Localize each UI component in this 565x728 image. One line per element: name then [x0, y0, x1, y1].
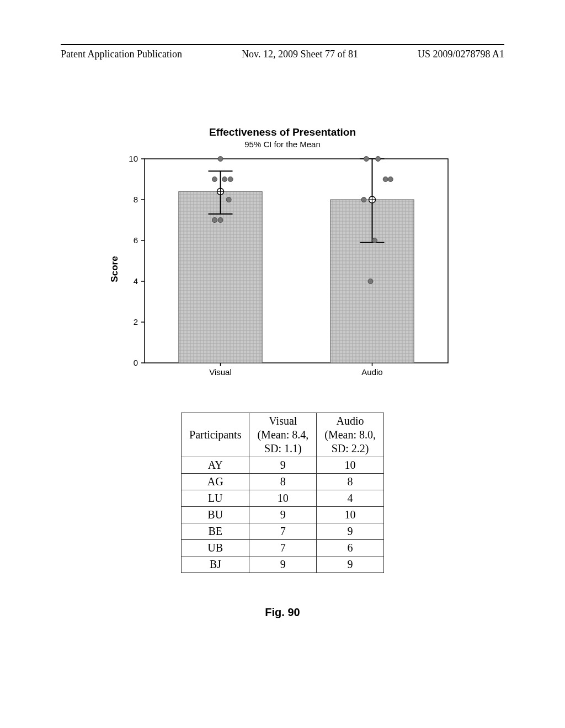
col-visual-l2: (Mean: 8.4, — [257, 429, 308, 441]
y-tick-label: 4 — [134, 276, 138, 286]
chart-area: Score 0246810VisualAudio — [106, 153, 459, 385]
table-cell: 9 — [249, 457, 317, 474]
svg-point-26 — [222, 177, 227, 182]
col-audio-l1: Audio — [337, 415, 364, 427]
svg-point-34 — [388, 177, 393, 182]
table-cell: BE — [182, 523, 249, 540]
svg-point-24 — [218, 157, 223, 162]
table-cell: BJ — [182, 556, 249, 573]
header-left: Patent Application Publication — [61, 49, 182, 60]
svg-point-27 — [228, 177, 233, 182]
table-cell: 7 — [249, 523, 317, 540]
col-participants-label: Participants — [189, 429, 241, 441]
table-cell: 8 — [317, 474, 384, 490]
table-cell: 9 — [249, 556, 317, 573]
table-row: BE79 — [182, 523, 384, 540]
table-cell: 10 — [317, 457, 384, 474]
chart-title: Effectiveness of Presentation — [61, 126, 504, 138]
svg-point-28 — [226, 197, 231, 202]
table-cell: LU — [182, 490, 249, 507]
x-category-label: Audio — [361, 367, 382, 377]
table-cell: AY — [182, 457, 249, 474]
table-cell: 8 — [249, 474, 317, 490]
svg-point-29 — [212, 218, 217, 223]
table-row: LU104 — [182, 490, 384, 507]
chart-svg: 0246810VisualAudio — [106, 153, 459, 385]
y-tick-label: 10 — [129, 154, 138, 163]
col-visual-l1: Visual — [269, 415, 297, 427]
x-category-label: Visual — [209, 367, 232, 377]
table-cell: 10 — [249, 490, 317, 507]
table-cell: 9 — [317, 523, 384, 540]
svg-point-31 — [364, 157, 369, 162]
page-header: Patent Application Publication Nov. 12, … — [61, 49, 504, 60]
col-audio-l3: SD: 2.2) — [332, 442, 369, 454]
table-header-row: Participants Visual (Mean: 8.4, SD: 1.1)… — [182, 413, 384, 457]
header-right: US 2009/0278798 A1 — [418, 49, 504, 60]
figure-caption: Fig. 90 — [61, 606, 504, 619]
table-row: BJ99 — [182, 556, 384, 573]
data-table: Participants Visual (Mean: 8.4, SD: 1.1)… — [181, 413, 384, 573]
table-cell: 9 — [249, 507, 317, 523]
y-tick-label: 0 — [134, 358, 138, 367]
header-rule — [61, 44, 504, 45]
table-row: AG88 — [182, 474, 384, 490]
table-row: UB76 — [182, 540, 384, 556]
table-cell: 9 — [317, 556, 384, 573]
table-cell: AG — [182, 474, 249, 490]
y-tick-label: 6 — [134, 235, 138, 245]
y-tick-label: 8 — [134, 195, 138, 204]
svg-point-25 — [212, 177, 217, 182]
table-cell: 6 — [317, 540, 384, 556]
chart-ylabel: Score — [109, 256, 120, 282]
svg-point-37 — [368, 279, 373, 284]
table-row: AY910 — [182, 457, 384, 474]
table-cell: 10 — [317, 507, 384, 523]
table-cell: UB — [182, 540, 249, 556]
table-cell: 7 — [249, 540, 317, 556]
svg-rect-8 — [179, 191, 262, 363]
svg-point-30 — [218, 218, 223, 223]
svg-point-36 — [372, 238, 377, 243]
col-visual-l3: SD: 1.1) — [264, 442, 302, 454]
col-audio: Audio (Mean: 8.0, SD: 2.2) — [317, 413, 384, 457]
col-participants: Participants — [182, 413, 249, 457]
patent-page: Patent Application Publication Nov. 12, … — [0, 0, 565, 728]
col-audio-l2: (Mean: 8.0, — [324, 429, 376, 441]
svg-point-33 — [383, 177, 388, 182]
table-row: BU910 — [182, 507, 384, 523]
svg-point-35 — [361, 197, 366, 202]
chart-block: Effectiveness of Presentation 95% CI for… — [61, 126, 504, 385]
y-tick-label: 2 — [134, 317, 138, 326]
table-cell: BU — [182, 507, 249, 523]
chart-subtitle: 95% CI for the Mean — [61, 140, 504, 149]
col-visual: Visual (Mean: 8.4, SD: 1.1) — [249, 413, 317, 457]
header-middle: Nov. 12, 2009 Sheet 77 of 81 — [242, 49, 358, 60]
svg-point-32 — [376, 157, 381, 162]
table-cell: 4 — [317, 490, 384, 507]
